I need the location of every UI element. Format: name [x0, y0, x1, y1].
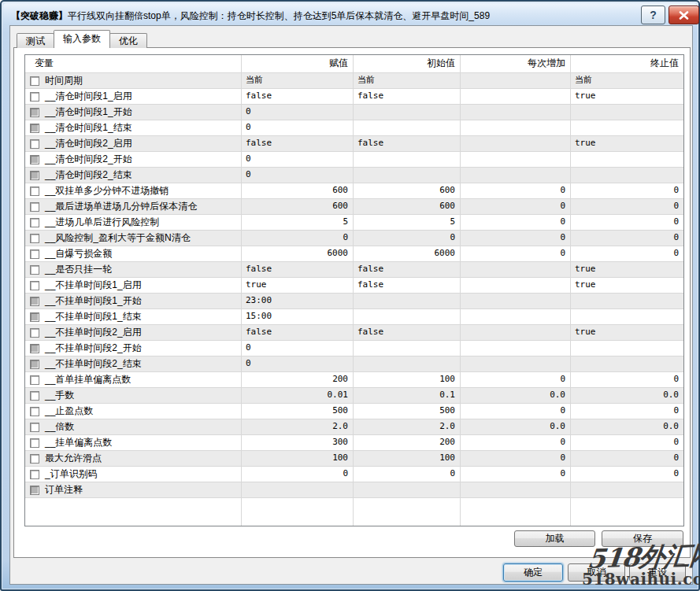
- optimize-checkbox[interactable]: [30, 407, 39, 416]
- value-cell[interactable]: 15:00: [242, 309, 354, 324]
- value-cell[interactable]: false: [242, 262, 354, 277]
- initial-cell[interactable]: 200: [354, 435, 461, 450]
- value-cell[interactable]: 2.0: [242, 419, 354, 434]
- stop-cell[interactable]: true: [571, 325, 683, 340]
- optimize-checkbox[interactable]: [30, 454, 39, 464]
- step-cell[interactable]: 0: [461, 215, 571, 230]
- optimize-checkbox[interactable]: [30, 249, 39, 259]
- step-cell[interactable]: 0: [461, 451, 571, 466]
- value-cell[interactable]: 0: [242, 231, 354, 246]
- initial-cell[interactable]: 0: [354, 231, 461, 246]
- step-cell[interactable]: 0.0: [461, 419, 571, 434]
- initial-cell[interactable]: 100: [354, 451, 461, 466]
- initial-cell[interactable]: false: [354, 262, 461, 277]
- close-button[interactable]: [669, 6, 699, 24]
- step-cell[interactable]: 0: [461, 435, 571, 450]
- optimize-checkbox[interactable]: [30, 92, 39, 102]
- value-cell[interactable]: 0: [242, 120, 354, 135]
- stop-cell[interactable]: true: [571, 136, 683, 151]
- optimize-checkbox[interactable]: [30, 76, 39, 86]
- stop-cell[interactable]: 0: [571, 372, 683, 387]
- value-cell[interactable]: 0: [242, 467, 354, 482]
- optimize-checkbox[interactable]: [30, 281, 39, 290]
- value-cell[interactable]: 200: [242, 372, 354, 387]
- stop-cell[interactable]: 0: [571, 246, 683, 261]
- initial-cell[interactable]: false: [354, 136, 461, 151]
- initial-cell[interactable]: 600: [354, 199, 461, 214]
- stop-cell[interactable]: 0: [571, 231, 683, 246]
- stop-cell[interactable]: 0: [571, 215, 683, 230]
- stop-cell[interactable]: 0: [571, 183, 683, 198]
- stop-cell[interactable]: true: [571, 89, 683, 104]
- initial-cell[interactable]: 500: [354, 404, 461, 419]
- value-cell[interactable]: 23:00: [242, 294, 354, 308]
- stop-cell[interactable]: 当前: [571, 73, 683, 88]
- value-cell[interactable]: true: [242, 278, 354, 293]
- value-cell[interactable]: 600: [242, 199, 354, 214]
- optimize-checkbox[interactable]: [30, 391, 39, 401]
- value-cell[interactable]: 当前: [242, 73, 354, 88]
- optimize-checkbox[interactable]: [30, 234, 39, 243]
- value-cell[interactable]: false: [242, 325, 354, 340]
- stop-cell[interactable]: 0: [571, 199, 683, 214]
- step-cell[interactable]: 0: [461, 467, 571, 482]
- value-cell[interactable]: 0.01: [242, 388, 354, 403]
- load-button[interactable]: 加载: [514, 530, 595, 547]
- initial-cell[interactable]: 0.1: [354, 388, 461, 403]
- stop-cell[interactable]: 0.0: [571, 419, 683, 434]
- optimize-checkbox[interactable]: [30, 187, 39, 196]
- value-cell[interactable]: 5: [242, 215, 354, 230]
- optimize-checkbox[interactable]: [30, 328, 39, 338]
- stop-cell[interactable]: 0: [571, 435, 683, 450]
- value-cell[interactable]: false: [242, 136, 354, 151]
- value-cell[interactable]: 0: [242, 168, 354, 183]
- stop-cell[interactable]: 0.0: [571, 388, 683, 403]
- title-bar[interactable]: 【突破稳赚】平行线双向挂翻倍stop单，风险控制：持仓时长控制、持仓达到5单后保…: [3, 3, 697, 25]
- optimize-checkbox[interactable]: [30, 375, 39, 385]
- stop-cell[interactable]: 0: [571, 451, 683, 466]
- initial-cell[interactable]: 5: [354, 215, 461, 230]
- value-cell[interactable]: 0: [242, 105, 354, 120]
- optimize-checkbox[interactable]: [30, 470, 39, 479]
- value-cell[interactable]: false: [242, 89, 354, 104]
- value-cell[interactable]: [242, 482, 354, 497]
- optimize-checkbox[interactable]: [30, 139, 39, 149]
- value-cell[interactable]: 600: [242, 183, 354, 198]
- value-cell[interactable]: 100: [242, 451, 354, 466]
- stop-cell[interactable]: true: [571, 278, 683, 293]
- initial-cell[interactable]: false: [354, 278, 461, 293]
- initial-cell[interactable]: 当前: [354, 73, 461, 88]
- optimize-checkbox[interactable]: [30, 423, 39, 432]
- stop-cell[interactable]: true: [571, 262, 683, 277]
- optimize-checkbox[interactable]: [30, 218, 39, 227]
- stop-cell[interactable]: 0: [571, 404, 683, 419]
- value-cell[interactable]: 0: [242, 356, 354, 371]
- optimize-checkbox[interactable]: [30, 265, 39, 275]
- step-cell[interactable]: 0: [461, 183, 571, 198]
- help-button[interactable]: ?: [641, 6, 665, 24]
- tab-input-parameters[interactable]: 输入参数: [54, 30, 110, 48]
- step-cell[interactable]: 0: [461, 246, 571, 261]
- initial-cell[interactable]: 100: [354, 372, 461, 387]
- optimize-checkbox[interactable]: [30, 438, 39, 448]
- initial-cell[interactable]: false: [354, 89, 461, 104]
- optimize-checkbox[interactable]: [30, 202, 39, 212]
- ok-button[interactable]: 确定: [503, 563, 563, 582]
- initial-cell[interactable]: 6000: [354, 246, 461, 261]
- stop-cell[interactable]: 0: [571, 467, 683, 482]
- value-cell[interactable]: 0: [242, 152, 354, 167]
- value-cell[interactable]: 300: [242, 435, 354, 450]
- value-cell[interactable]: 0: [242, 341, 354, 356]
- step-cell[interactable]: 0: [461, 372, 571, 387]
- initial-cell[interactable]: false: [354, 325, 461, 340]
- initial-cell[interactable]: 0: [354, 467, 461, 482]
- step-cell[interactable]: 0.0: [461, 388, 571, 403]
- step-cell[interactable]: 0: [461, 404, 571, 419]
- tab-optimize[interactable]: 优化: [109, 33, 147, 48]
- step-cell[interactable]: 0: [461, 231, 571, 246]
- initial-cell[interactable]: 600: [354, 183, 461, 198]
- value-cell[interactable]: 500: [242, 404, 354, 419]
- step-cell[interactable]: 0: [461, 199, 571, 214]
- initial-cell[interactable]: 2.0: [354, 419, 461, 434]
- value-cell[interactable]: 6000: [242, 246, 354, 261]
